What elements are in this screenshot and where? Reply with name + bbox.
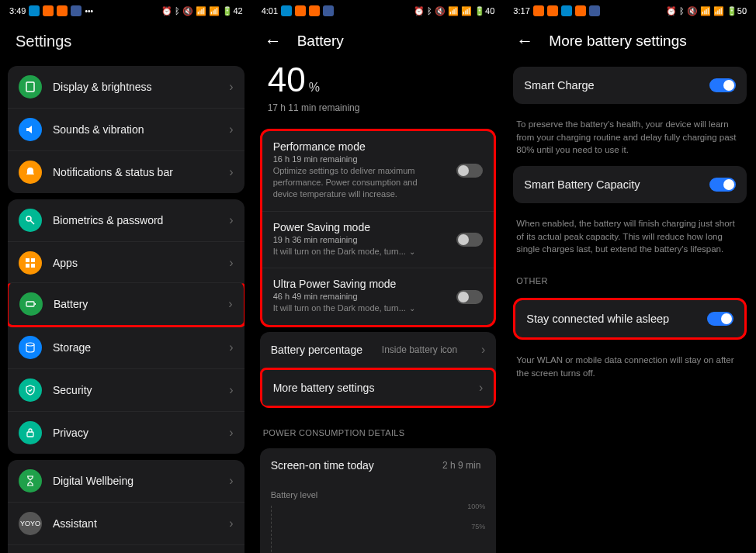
row-display[interactable]: Display & brightness ›: [8, 66, 244, 108]
stay-connected-toggle[interactable]: [707, 312, 733, 326]
app-notif-icon: [295, 5, 306, 16]
row-battery[interactable]: Battery ›: [8, 282, 244, 327]
row-label: Smart Battery Capacity: [524, 178, 640, 191]
wifi-icon: 📶: [448, 6, 459, 16]
row-label: Apps: [53, 257, 218, 269]
chevron-right-icon: ›: [229, 80, 233, 94]
row-wellbeing[interactable]: Digital Wellbeing ›: [8, 460, 244, 502]
chevron-down-icon[interactable]: ⌄: [409, 303, 415, 314]
assistant-icon: YOYO: [19, 512, 42, 535]
mode-desc: Optimize settings to deliver maximum per…: [273, 165, 484, 200]
battery-percentage-row[interactable]: Battery percentage Inside battery icon ›: [260, 332, 497, 368]
stay-connected-row[interactable]: Stay connected while asleep: [513, 298, 747, 340]
status-bar: 4:01 ⏰ ᛒ 🔇 📶 📶 🔋40: [252, 0, 505, 22]
row-privacy[interactable]: Privacy ›: [8, 411, 244, 454]
section-header: OTHER: [504, 259, 756, 292]
mode-title: Power Saving mode: [273, 221, 484, 233]
wifi-icon: 📶: [700, 6, 711, 16]
row-storage[interactable]: Storage ›: [8, 326, 244, 368]
page-title: More battery settings: [549, 33, 686, 50]
alarm-icon: ⏰: [414, 6, 425, 16]
status-time: 3:17: [513, 6, 529, 16]
time-remaining: 17 h 11 min remaining: [252, 99, 505, 124]
mode-remaining: 46 h 49 min remaining: [273, 292, 484, 301]
chevron-right-icon: ›: [229, 517, 233, 531]
key-icon: [19, 209, 42, 232]
row-label: Screen-on time today: [271, 459, 442, 472]
ultra-power-saving-row[interactable]: Ultra Power Saving mode 46 h 49 min rema…: [262, 268, 494, 325]
bell-icon: [19, 161, 42, 184]
chevron-right-icon: ›: [229, 213, 233, 227]
telegram-icon: [29, 5, 40, 16]
lock-icon: [19, 421, 42, 444]
chevron-right-icon: ›: [228, 297, 232, 311]
app-notif-icon: [43, 5, 54, 16]
smart-charge-desc: To preserve the battery's health, your d…: [504, 110, 756, 160]
row-sounds[interactable]: Sounds & vibration ›: [8, 108, 244, 150]
chevron-down-icon[interactable]: ⌄: [409, 247, 415, 257]
chevron-right-icon: ›: [229, 256, 233, 270]
back-button[interactable]: ←: [265, 31, 282, 51]
performance-mode-toggle[interactable]: [456, 164, 483, 178]
power-saving-row[interactable]: Power Saving mode 19 h 36 min remaining …: [262, 211, 494, 268]
mute-icon: 🔇: [182, 6, 193, 16]
mute-icon: 🔇: [687, 6, 698, 16]
chevron-right-icon: ›: [229, 426, 233, 440]
row-security[interactable]: Security ›: [8, 368, 244, 411]
performance-mode-row[interactable]: Performance mode 16 h 19 min remaining O…: [262, 131, 494, 211]
smart-capacity-row[interactable]: Smart Battery Capacity: [513, 166, 747, 203]
row-label: Notifications & status bar: [53, 166, 218, 178]
row-label: Battery percentage: [271, 344, 362, 356]
signal-icon: 📶: [713, 6, 724, 16]
battery-icon: [19, 292, 43, 316]
bluetooth-icon: ᛒ: [427, 6, 432, 16]
status-bar: 3:49 ••• ⏰ ᛒ 🔇 📶 📶 🔋42: [0, 0, 252, 22]
app-notif-icon: [533, 5, 544, 16]
row-apps[interactable]: Apps ›: [8, 241, 244, 284]
svg-rect-2: [26, 258, 29, 262]
smart-capacity-toggle[interactable]: [709, 178, 736, 192]
signal-icon: 📶: [461, 6, 472, 16]
row-honor-cards[interactable]: HONOR Cards ›: [8, 544, 244, 553]
chevron-right-icon: ›: [479, 381, 483, 395]
stay-connected-desc: Your WLAN or mobile data connection will…: [504, 346, 756, 382]
status-time: 3:49: [9, 6, 26, 16]
svg-point-8: [26, 343, 34, 346]
row-label: Sounds & vibration: [53, 123, 218, 136]
chevron-right-icon: ›: [229, 165, 233, 179]
row-value: Inside battery icon: [382, 344, 457, 355]
svg-rect-6: [26, 302, 34, 306]
status-bar: 3:17 ⏰ ᛒ 🔇 📶 📶 🔋50: [504, 0, 756, 22]
bluetooth-icon: ᛒ: [679, 6, 685, 16]
row-label: Security: [53, 384, 218, 396]
row-label: More battery settings: [273, 382, 479, 394]
svg-rect-3: [31, 258, 35, 262]
ultra-power-saving-toggle[interactable]: [456, 290, 483, 304]
row-label: Stay connected while asleep: [526, 313, 669, 325]
mode-title: Performance mode: [273, 140, 484, 153]
battery-pct-value: 40: [268, 60, 306, 99]
row-label: Display & brightness: [53, 81, 218, 93]
y-tick: 100%: [467, 503, 485, 510]
more-notif-icon: •••: [85, 7, 93, 16]
row-notifications[interactable]: Notifications & status bar ›: [8, 150, 244, 193]
header: ← More battery settings: [504, 22, 756, 60]
row-label: Assistant: [53, 517, 218, 530]
hourglass-icon: [19, 469, 42, 493]
chevron-right-icon: ›: [229, 474, 233, 488]
power-saving-toggle[interactable]: [456, 233, 483, 247]
svg-rect-0: [26, 82, 34, 92]
battery-chart: Battery level 100% 75%: [260, 482, 497, 553]
row-label: Biometrics & password: [53, 214, 218, 226]
row-assistant[interactable]: YOYO Assistant ›: [8, 502, 244, 544]
row-biometrics[interactable]: Biometrics & password ›: [8, 199, 244, 241]
row-label: Smart Charge: [524, 79, 594, 92]
smart-charge-row[interactable]: Smart Charge: [513, 67, 747, 104]
row-value: 2 h 9 min: [442, 460, 480, 471]
app-notif-icon: [575, 5, 586, 16]
more-battery-settings-row[interactable]: More battery settings ›: [260, 368, 497, 408]
smart-charge-toggle[interactable]: [709, 78, 736, 92]
back-button[interactable]: ←: [516, 31, 533, 51]
telegram-icon: [281, 5, 292, 16]
screen-on-time-row[interactable]: Screen-on time today 2 h 9 min: [260, 448, 497, 482]
